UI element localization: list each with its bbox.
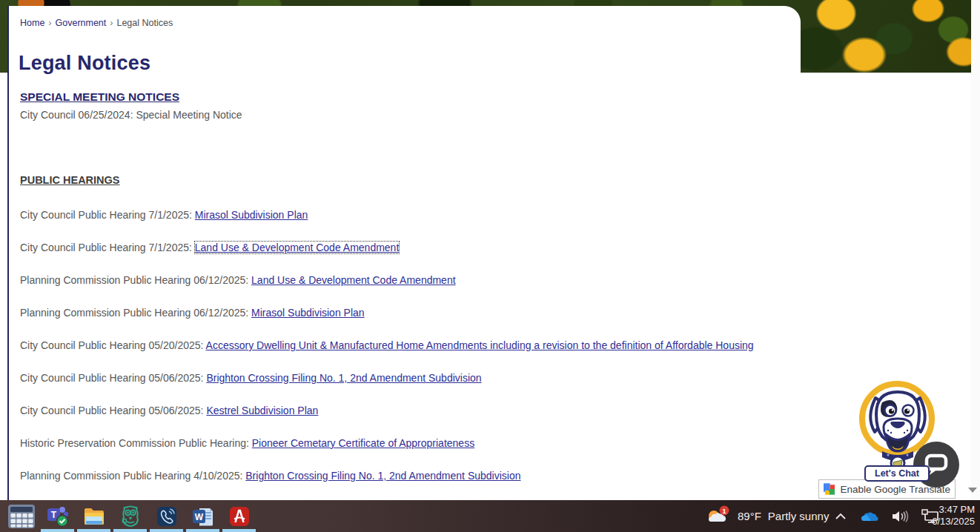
system-tray [835, 500, 939, 532]
hearing-link[interactable]: Land Use & Development Code Amendment [195, 242, 400, 253]
hearing-link[interactable]: Accessory Dwelling Unit & Manufactured H… [206, 339, 754, 351]
clock-date: 6/13/2025 [932, 516, 975, 528]
taskbar-icon-owl-app[interactable] [112, 500, 148, 532]
hearing-row: City Council Public Hearing 7/1/2025: La… [20, 239, 778, 256]
taskbar-icon-acrobat[interactable] [221, 500, 257, 532]
svg-text:1: 1 [722, 506, 726, 514]
svg-text:T: T [50, 510, 56, 520]
breadcrumb: Home›Government›Legal Notices [20, 18, 173, 28]
page-title: Legal Notices [19, 52, 150, 75]
open-window-indicator [77, 529, 110, 532]
open-window-indicator [186, 529, 219, 532]
weather-temperature: 89°F [738, 510, 761, 522]
special-meeting-notice-text: City Council 06/25/2024: Special Meeting… [20, 109, 242, 121]
public-hearings-heading: PUBLIC HEARINGS [20, 174, 120, 186]
hearing-link[interactable]: Mirasol Subdivision Plan [251, 307, 365, 319]
teams-icon: T [46, 505, 70, 528]
hearing-row: City Council Public Hearing 7/1/2025: Mi… [20, 207, 778, 224]
svg-text:W: W [194, 512, 203, 522]
special-meeting-notices-link[interactable]: SPECIAL MEETING NOTICES [20, 90, 179, 104]
page-scrollbar[interactable] [971, 0, 980, 500]
taskbar-icon-file-explorer[interactable] [76, 500, 112, 532]
clock-time: 3:47 PM [932, 504, 975, 516]
hearing-link[interactable]: Mirasol Subdivision Plan [195, 209, 308, 221]
onedrive-icon[interactable] [859, 511, 878, 522]
word-icon: W [192, 506, 214, 527]
main-content-panel: Home›Government›Legal Notices Legal Noti… [7, 6, 801, 500]
hearing-row: Planning Commission Public Hearing 06/12… [20, 272, 778, 289]
hearing-link[interactable]: Pioneer Cemetary Certificate of Appropri… [252, 437, 474, 449]
hearing-link[interactable]: Brighton Crossing Filing No. 1, 2nd Amen… [245, 470, 520, 482]
breadcrumb-item-home[interactable]: Home [20, 18, 44, 28]
open-window-indicator [113, 529, 147, 532]
lets-chat-button[interactable]: Let's Chat [864, 465, 930, 482]
hearing-prefix: City Council Public Hearing 05/20/2025: [20, 339, 206, 351]
hearing-link[interactable]: Kestrel Subdivision Plan [206, 405, 318, 416]
hearing-link[interactable]: Brighton Crossing Filing No. 1, 2nd Amen… [206, 372, 481, 384]
taskbar-icon-word[interactable]: W [185, 500, 221, 532]
hearing-prefix: Planning Commission Public Hearing 06/12… [20, 274, 251, 286]
open-window-indicator [150, 529, 183, 532]
hearing-row: City Council Public Hearing 05/06/2025: … [20, 370, 778, 387]
taskbar-icon-teams[interactable]: T [39, 500, 76, 532]
weather-condition: Partly sunny [768, 510, 830, 522]
hearing-row: City Council Public Hearing 05/06/2025: … [20, 402, 778, 419]
public-hearings-list: City Council Public Hearing 7/1/2025: Mi… [20, 207, 778, 500]
open-window-indicator [222, 529, 256, 532]
phone-app-icon [156, 506, 177, 527]
file-explorer-icon [83, 507, 105, 526]
hearing-row: City Council Public Hearing 05/20/2025: … [20, 337, 778, 354]
hearing-prefix: City Council Public Hearing 7/1/2025: [20, 242, 195, 253]
hearing-prefix: City Council Public Hearing 05/06/2025: [20, 372, 206, 384]
show-hidden-icons-chevron[interactable] [835, 513, 847, 520]
hearing-row: Planning Commission Public Hearing 4/10/… [20, 468, 778, 485]
hearing-link[interactable]: Land Use & Development Code Amendment [251, 274, 456, 286]
weather-widget[interactable]: 1 89°F Partly sunny [706, 500, 829, 532]
breadcrumb-separator: › [48, 18, 51, 28]
google-translate-icon [824, 483, 835, 495]
hearing-prefix: City Council Public Hearing 7/1/2025: [20, 209, 195, 221]
acrobat-icon [229, 506, 250, 527]
taskbar-icon-phone-app[interactable] [148, 500, 185, 532]
breadcrumb-separator: › [110, 18, 113, 28]
start-button[interactable] [3, 500, 39, 532]
hearing-row: Planning Commission Public Hearing 06/12… [20, 305, 778, 322]
owl-app-icon [120, 505, 141, 528]
hearing-prefix: Planning Commission Public Hearing 4/10/… [20, 470, 245, 482]
hearing-row: Historic Preservation Commission Public … [20, 435, 778, 452]
hearing-prefix: Planning Commission Public Hearing 06/12… [20, 307, 251, 319]
taskbar: T W [0, 500, 980, 532]
taskbar-clock[interactable]: 3:47 PM 6/13/2025 [932, 504, 975, 528]
taskbar-app-icons: T W [3, 500, 257, 532]
hearing-prefix: Historic Preservation Commission Public … [20, 437, 252, 449]
hearing-prefix: City Council Public Hearing 05/06/2025: [20, 405, 206, 416]
translate-dropdown-arrow[interactable] [968, 488, 977, 493]
open-window-indicator [41, 529, 74, 532]
breadcrumb-item-government[interactable]: Government [56, 18, 107, 28]
volume-icon[interactable] [891, 510, 909, 523]
start-grid-icon [7, 504, 36, 529]
weather-icon: 1 [706, 505, 731, 528]
breadcrumb-item-legal-notices: Legal Notices [116, 18, 173, 28]
